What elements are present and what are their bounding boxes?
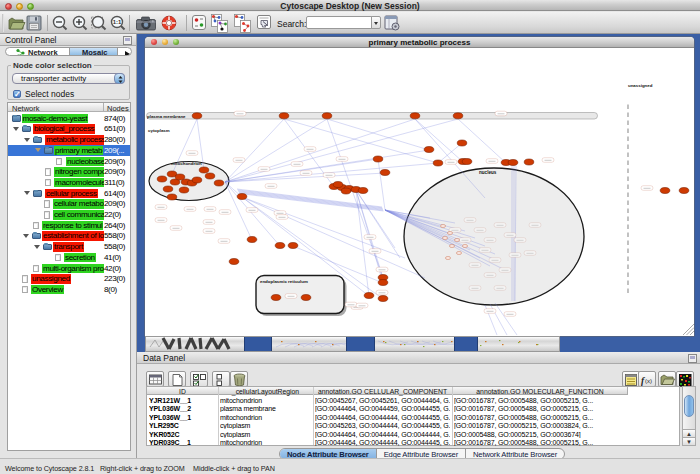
svg-text:endoplasmic reticulum: endoplasmic reticulum — [260, 279, 308, 284]
svg-text:1:1: 1:1 — [113, 19, 122, 25]
svg-text:plasma membrane: plasma membrane — [147, 113, 186, 118]
svg-text:nucleus: nucleus — [479, 170, 497, 175]
svg-text:unassigned: unassigned — [628, 83, 653, 88]
svg-text:mitochondrion: mitochondrion — [171, 160, 202, 165]
svg-text:Search:: Search: — [277, 19, 306, 29]
svg-text:(x): (x) — [645, 378, 652, 384]
svg-text:cytoplasm: cytoplasm — [148, 128, 170, 133]
